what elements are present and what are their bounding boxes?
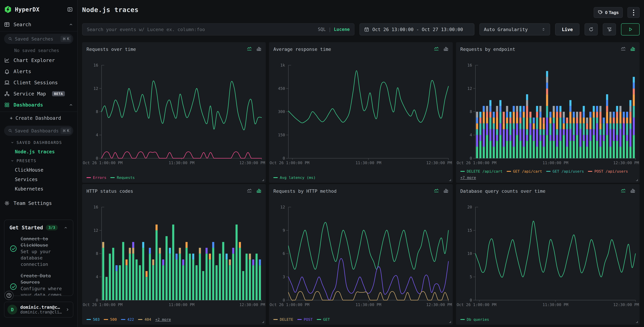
chevron-up-icon[interactable] (64, 226, 68, 230)
kebab-menu-icon (633, 10, 634, 16)
bar-chart-toggle-icon[interactable] (256, 188, 262, 194)
saved-dashboards-field[interactable] (15, 128, 58, 134)
sidebar-preset-services[interactable]: Services (4, 175, 73, 184)
chart-canvas[interactable]: 20151050Oct 26 1:00:00 PM11:30:00 PM12:3… (456, 203, 640, 308)
chart-canvas[interactable]: 1612840Oct 26 1:00:00 PM11:30:00 PM12:30… (82, 61, 266, 166)
sidebar-collapse-button[interactable] (66, 6, 73, 13)
resize-handle-icon[interactable] (261, 320, 264, 323)
svg-text:Oct 26 1:00:00 PM: Oct 26 1:00:00 PM (270, 302, 309, 307)
legend-dash-icon (460, 171, 465, 172)
get-started-item-datasources[interactable]: Create Data Sources Configure where your… (10, 272, 68, 296)
sidebar-dashboard-nodejs-traces[interactable]: Node.js traces (4, 147, 73, 156)
legend-item[interactable]: Errors (86, 176, 106, 180)
legend-label: Avg latency (ms) (280, 176, 316, 180)
saved-dashboards-input[interactable]: K (4, 126, 73, 136)
legend-dash-icon (507, 171, 511, 172)
get-started-item-desc: Configure where your data comes from (20, 286, 68, 296)
get-started-item-title: Connect to ClickHouse (20, 236, 68, 248)
sidebar-item-alerts[interactable]: Alerts (4, 66, 73, 77)
sidebar-item-service-map[interactable]: Service Map BETA (4, 88, 73, 99)
sql-toggle[interactable]: SQL (318, 27, 326, 32)
line-chart-toggle-icon[interactable] (433, 188, 440, 194)
chart-canvas[interactable]: 1k4503001500Oct 26 1:00:00 PM11:30:00 PM… (269, 61, 452, 166)
no-saved-searches-text: No saved searches (4, 46, 73, 55)
legend-item[interactable]: 422 (121, 317, 134, 322)
line-chart-toggle-icon[interactable] (620, 46, 626, 52)
legend-label: POST (304, 317, 313, 322)
chart-canvas[interactable]: 1612840Oct 26 1:00:00 PM11:00:00 PM12:30… (456, 61, 640, 166)
svg-text:Oct 26 1:00:00 PM: Oct 26 1:00:00 PM (457, 161, 496, 165)
legend-item[interactable]: 503 (86, 317, 100, 322)
legend-item[interactable]: GET /api/users (546, 169, 584, 174)
line-chart-toggle-icon[interactable] (246, 46, 252, 52)
legend-item[interactable]: 500 (104, 317, 117, 322)
chart-canvas[interactable]: 1612840Oct 26 1:00:00 PM11:00:00 PM12:30… (82, 203, 266, 308)
filter-edit-button[interactable] (603, 23, 616, 36)
bell-icon (4, 68, 10, 74)
line-chart-toggle-icon[interactable] (246, 188, 252, 194)
header-actions: 0 Tags (594, 7, 640, 18)
legend-item[interactable]: GET /api/cart (507, 169, 542, 174)
tags-button[interactable]: 0 Tags (594, 7, 623, 18)
legend-item[interactable]: POST (297, 317, 313, 322)
event-search-input[interactable] (87, 27, 314, 32)
event-search-box[interactable]: SQL | Lucene (82, 23, 354, 36)
run-query-button[interactable] (621, 23, 640, 36)
sidebar-preset-kubernetes[interactable]: Kubernetes (4, 184, 73, 194)
chart-title: Database query counts over time (460, 188, 546, 194)
more-options-button[interactable] (628, 7, 640, 18)
legend-item[interactable]: 404 (138, 317, 151, 322)
sidebar-item-team-settings[interactable]: Team Settings (4, 198, 73, 209)
sidebar-item-client-sessions[interactable]: Client Sessions (4, 77, 73, 88)
get-started-item-connect[interactable]: Connect to ClickHouse Set up your databa… (10, 236, 68, 268)
check-circle-icon (10, 245, 17, 252)
legend-label: 503 (93, 317, 100, 322)
granularity-value: Auto Granularity (484, 27, 528, 32)
saved-dashboards-section-header[interactable]: SAVED DASHBOARDS (4, 138, 73, 147)
legend-item[interactable]: Requests (110, 176, 135, 180)
lucene-toggle[interactable]: Lucene (334, 27, 350, 32)
bar-chart-toggle-icon[interactable] (256, 46, 262, 52)
user-account-button[interactable]: D dominic.tran@c… dominic.tran@cli… (4, 302, 73, 318)
line-chart-toggle-icon[interactable] (433, 46, 440, 52)
resize-handle-icon[interactable] (261, 178, 264, 182)
bar-chart-toggle-icon[interactable] (630, 188, 636, 194)
legend-more-link[interactable]: +7 more (460, 176, 476, 180)
saved-searches-field[interactable] (15, 36, 58, 42)
chart-canvas[interactable]: 129630Oct 26 1:00:00 PM11:30:00 PM12:30:… (269, 203, 452, 308)
sidebar-item-dashboards[interactable]: Dashboards (4, 99, 73, 110)
sidebar-preset-clickhouse[interactable]: ClickHouse (4, 165, 73, 175)
legend-item[interactable]: DELETE /api/cart (460, 169, 502, 174)
resize-handle-icon[interactable] (448, 178, 452, 182)
refresh-button[interactable] (584, 23, 598, 36)
line-chart-toggle-icon[interactable] (620, 188, 626, 194)
date-range-picker[interactable]: Oct 26 13:00:00 - Oct 27 13:00:00 (360, 23, 474, 36)
resize-handle-icon[interactable] (635, 320, 638, 323)
granularity-select[interactable]: Auto Granularity (480, 23, 550, 36)
sidebar-item-chart-explorer[interactable]: Chart Explorer (4, 55, 73, 66)
legend-item[interactable]: DELETE (273, 317, 293, 322)
presets-section-header[interactable]: PRESETS (4, 156, 73, 165)
divider (0, 112, 77, 112)
legend-item[interactable]: GET (317, 317, 330, 322)
legend-item[interactable]: Avg latency (ms) (273, 176, 316, 180)
svg-text:11:30:00 PM: 11:30:00 PM (356, 161, 381, 165)
bar-chart-toggle-icon[interactable] (630, 46, 636, 52)
dashboards-grid-icon (4, 102, 10, 108)
svg-text:12:30:00 PM: 12:30:00 PM (613, 161, 639, 165)
svg-text:11:30:00 PM: 11:30:00 PM (356, 302, 381, 307)
resize-handle-icon[interactable] (635, 178, 638, 182)
bar-chart-toggle-icon[interactable] (442, 46, 449, 52)
live-button[interactable]: Live (555, 23, 580, 36)
legend-more-link[interactable]: +2 more (155, 317, 171, 322)
svg-text:12: 12 (94, 86, 98, 91)
create-dashboard-button[interactable]: + Create Dashboard (4, 113, 73, 123)
legend-item[interactable]: POST /api/users (588, 169, 628, 174)
saved-searches-input[interactable]: K (4, 34, 73, 44)
legend-label: 422 (128, 317, 134, 322)
sidebar-item-search[interactable]: Search (4, 19, 73, 30)
help-button[interactable] (4, 291, 14, 300)
bar-chart-toggle-icon[interactable] (442, 188, 449, 194)
legend-item[interactable]: Db queries (460, 317, 489, 322)
resize-handle-icon[interactable] (448, 320, 452, 323)
